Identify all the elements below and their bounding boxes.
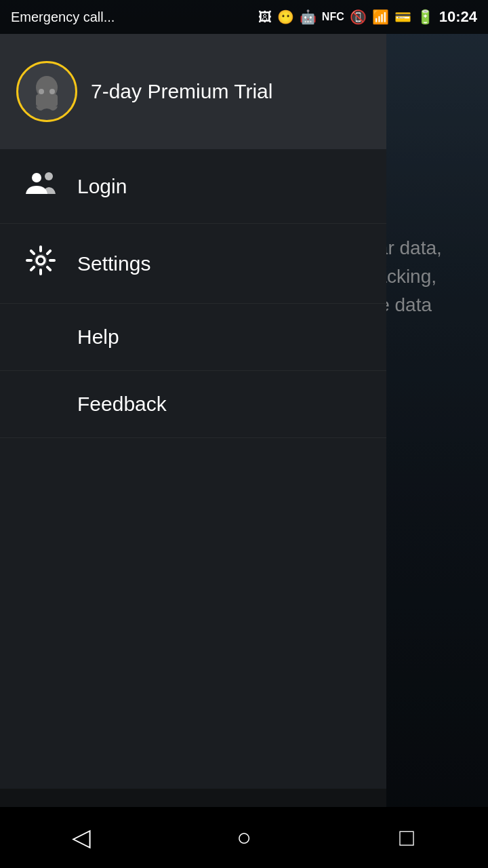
svg-point-15	[49, 89, 55, 94]
feedback-label: Feedback	[77, 393, 167, 416]
recents-button[interactable]: □	[380, 810, 434, 865]
svg-point-17	[45, 172, 53, 180]
people-icon	[24, 171, 57, 201]
settings-label: Settings	[77, 252, 150, 275]
avatar	[16, 61, 77, 122]
drawer-item-feedback[interactable]: Feedback	[0, 371, 386, 438]
svg-point-14	[39, 89, 44, 94]
status-icons-group: 🖼 😶 🤖 NFC 📵 📶 💳 🔋 10:24	[258, 8, 477, 26]
trial-label: 7-day Premium Trial	[91, 80, 272, 103]
carrier-text: Emergency call...	[11, 9, 115, 25]
svg-rect-23	[39, 269, 42, 275]
svg-rect-21	[49, 259, 56, 262]
android-icon: 🤖	[300, 9, 317, 25]
drawer-menu-items: Login	[0, 149, 386, 789]
wifi-icon: 📶	[372, 9, 389, 25]
gear-icon	[24, 245, 57, 281]
navigation-drawer: 7-day Premium Trial Login	[0, 34, 386, 868]
drawer-item-login[interactable]: Login	[0, 149, 386, 224]
status-bar: Emergency call... 🖼 😶 🤖 NFC 📵 📶 💳 🔋 10:2…	[0, 0, 488, 34]
sim-icon: 💳	[394, 9, 411, 25]
drawer-item-settings[interactable]: Settings	[0, 224, 386, 304]
signal-icon: 📵	[350, 9, 367, 25]
drawer-item-help[interactable]: Help	[0, 304, 386, 371]
face-icon: 😶	[277, 9, 294, 25]
photo-icon: 🖼	[258, 9, 272, 25]
drawer-header: 7-day Premium Trial	[0, 34, 386, 149]
navigation-bar: ◁ ○ □	[0, 807, 488, 868]
nfc-label: NFC	[322, 11, 344, 23]
battery-icon: 🔋	[417, 9, 434, 25]
login-label: Login	[77, 175, 127, 198]
help-label: Help	[77, 326, 119, 349]
home-button[interactable]: ○	[217, 810, 271, 865]
back-button[interactable]: ◁	[54, 810, 108, 865]
svg-rect-19	[39, 245, 42, 252]
svg-rect-13	[36, 94, 58, 106]
svg-point-16	[32, 173, 41, 182]
clock: 10:24	[439, 8, 477, 26]
svg-rect-25	[26, 259, 33, 262]
